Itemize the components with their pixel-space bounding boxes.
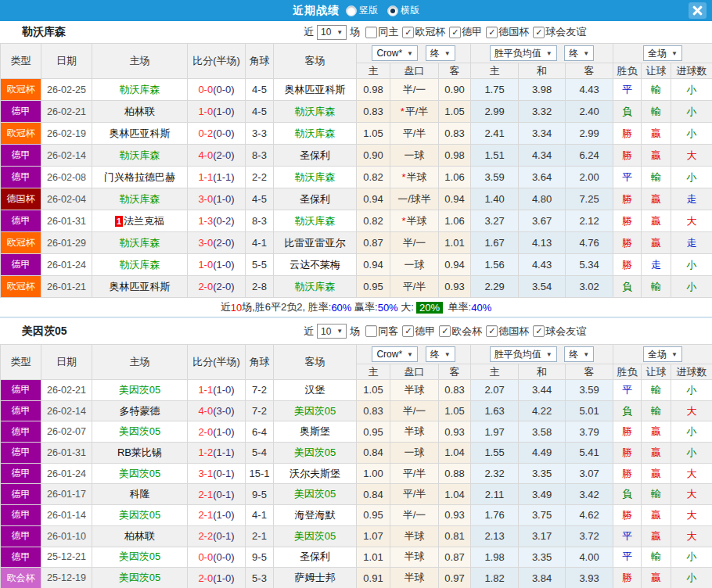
- halftime-score: (3-0): [213, 405, 234, 417]
- euro-away-odds: 2.00: [566, 167, 613, 188]
- type-badge: 德甲: [1, 443, 41, 464]
- away-team-name: 奥林匹亚科斯: [285, 84, 346, 95]
- euro-away-odds: 5.01: [566, 400, 613, 421]
- euro-final-select[interactable]: 终▼: [564, 346, 594, 362]
- league-filter-checkbox[interactable]: ✓德国杯: [486, 25, 529, 39]
- type-badge: 德甲: [1, 505, 41, 526]
- league-filter-checkbox[interactable]: ✓德国杯: [486, 324, 529, 339]
- league-filter-checkbox[interactable]: ✓球会友谊: [533, 25, 586, 39]
- halftime-score: (1-0): [213, 572, 234, 584]
- halftime-score: (2-0): [213, 281, 234, 292]
- away-team-name: 沃尔夫斯堡: [289, 468, 340, 479]
- summary-part: 20%: [416, 302, 443, 314]
- match-row: 德甲26-01-24勒沃库森1-0(1-0)5-5云达不莱梅0.94一球0.94…: [1, 254, 712, 276]
- league-filter-checkbox[interactable]: ✓德甲: [402, 324, 435, 339]
- type-badge: 德甲: [1, 421, 41, 443]
- corner-score: 4-5: [246, 79, 274, 101]
- handicap-result-cell: 贏: [642, 145, 671, 167]
- fulltime-select[interactable]: 全场▼: [643, 346, 682, 362]
- match-date: 25-12-19: [41, 568, 92, 588]
- league-filters: ✓德甲✓欧会杯✓德国杯✓球会友谊: [398, 324, 586, 339]
- euro-away-odds: 3.02: [566, 276, 613, 298]
- goals-result-cell: 小: [671, 380, 712, 401]
- halftime-score: (0-0): [213, 551, 234, 563]
- euro-draw-odds: 3.44: [519, 380, 566, 401]
- fulltime-score: 2-0: [198, 281, 213, 292]
- bookmaker-select[interactable]: Crow*▼: [372, 346, 418, 362]
- away-team: 比雷亚雷亚尔: [274, 232, 357, 254]
- away-team: 勒沃库森: [274, 101, 357, 123]
- euro-draw-odds: 3.54: [519, 276, 566, 298]
- euro-draw-odds: 4.43: [519, 254, 566, 276]
- col-handicap: 让球: [642, 364, 671, 380]
- fulltime-select[interactable]: 全场▼: [643, 45, 682, 61]
- checkbox-icon: ✓: [402, 325, 414, 337]
- away-team: 圣保利: [274, 188, 357, 210]
- chevron-down-icon: ▼: [336, 29, 343, 36]
- euro-home-odds: 1.97: [471, 421, 519, 443]
- league-filter-checkbox[interactable]: ✓球会友谊: [533, 324, 586, 339]
- bookmaker-select[interactable]: Crow*▼: [372, 45, 418, 61]
- asia-final-select[interactable]: 终▼: [426, 346, 455, 362]
- league-filter-checkbox[interactable]: ✓欧会杯: [439, 324, 482, 339]
- team-name: 勒沃库森: [22, 25, 66, 39]
- asia-away-odds: 0.98: [439, 145, 471, 167]
- avg-odds-select[interactable]: 胜平负均值▼: [490, 346, 557, 362]
- euro-away-odds: 7.25: [566, 188, 613, 210]
- euro-home-odds: 1.55: [471, 443, 519, 464]
- asia-home-odds: 0.82: [357, 210, 390, 232]
- score: 2-0(2-0): [188, 276, 246, 298]
- asia-home-odds: 0.90: [357, 145, 390, 167]
- league-filter-checkbox[interactable]: ✓德甲: [449, 25, 482, 39]
- goals-result-cell: 小: [671, 123, 712, 145]
- home-team: 多特蒙德: [92, 400, 188, 421]
- summary-part: 单率:: [445, 300, 471, 314]
- fulltime-score: 1-0: [198, 259, 213, 271]
- chevron-down-icon: ▼: [336, 328, 343, 335]
- euro-away-odds: 4.62: [566, 505, 613, 526]
- handicap-result-cell: 輸: [642, 400, 671, 421]
- score: 1-1(1-1): [188, 167, 246, 188]
- score: 1-1(1-0): [188, 380, 246, 401]
- match-date: 26-01-14: [41, 505, 92, 526]
- home-team: 柏林联: [92, 101, 188, 123]
- layout-radio-horizontal[interactable]: 横版: [387, 4, 419, 17]
- same-venue-checkbox[interactable]: 同主: [365, 25, 398, 39]
- layout-radio-vertical[interactable]: 竖版: [346, 4, 378, 17]
- match-date: 26-02-21: [41, 101, 92, 123]
- summary-part: 50%: [378, 302, 398, 314]
- same-venue-checkbox[interactable]: 同客: [365, 324, 398, 339]
- home-team: 奥林匹亚科斯: [92, 276, 188, 298]
- col-corner: 角球: [246, 44, 274, 79]
- away-team-name: 勒沃库森: [295, 171, 336, 183]
- match-count-select[interactable]: 10▼: [317, 25, 347, 40]
- home-team: 奥林匹亚科斯: [92, 123, 188, 145]
- asia-line: 半/一: [390, 232, 439, 254]
- euro-draw-odds: 4.49: [519, 443, 566, 464]
- type-badge: 欧会杯: [1, 568, 41, 588]
- halftime-score: (1-0): [213, 193, 234, 205]
- handicap-result-cell: 贏: [642, 421, 671, 443]
- asia-line: 半球: [390, 421, 439, 443]
- asia-home-odds: 1.00: [357, 463, 390, 484]
- col-type: 类型: [1, 44, 41, 79]
- checkbox-icon: ✓: [486, 325, 498, 337]
- euro-final-select[interactable]: 终▼: [564, 45, 594, 61]
- home-team: 勒沃库森: [92, 188, 188, 210]
- asia-final-select[interactable]: 终▼: [426, 45, 455, 61]
- match-count-select[interactable]: 10▼: [317, 324, 347, 339]
- team-name: 美因茨05: [22, 324, 67, 339]
- league-filter-checkbox[interactable]: ✓欧冠杯: [402, 25, 445, 39]
- avg-odds-select[interactable]: 胜平负均值▼: [490, 45, 557, 61]
- away-team-name: 奥斯堡: [300, 425, 330, 437]
- titlebar: 近期战绩 竖版 横版: [0, 0, 712, 21]
- goals-result-cell: 小: [671, 568, 712, 588]
- halftime-score: (1-0): [213, 106, 234, 117]
- asia-home-odds: 0.95: [357, 421, 390, 443]
- fulltime-score: 4-0: [198, 149, 213, 161]
- away-team: 萨姆士邦: [274, 568, 357, 588]
- euro-draw-odds: 4.34: [519, 145, 566, 167]
- close-icon[interactable]: [689, 2, 707, 19]
- matches-body: 欧冠杯26-02-25勒沃库森0-0(0-0)4-5奥林匹亚科斯0.98半/一0…: [1, 79, 712, 298]
- home-team-name: 门兴格拉德巴赫: [104, 171, 175, 183]
